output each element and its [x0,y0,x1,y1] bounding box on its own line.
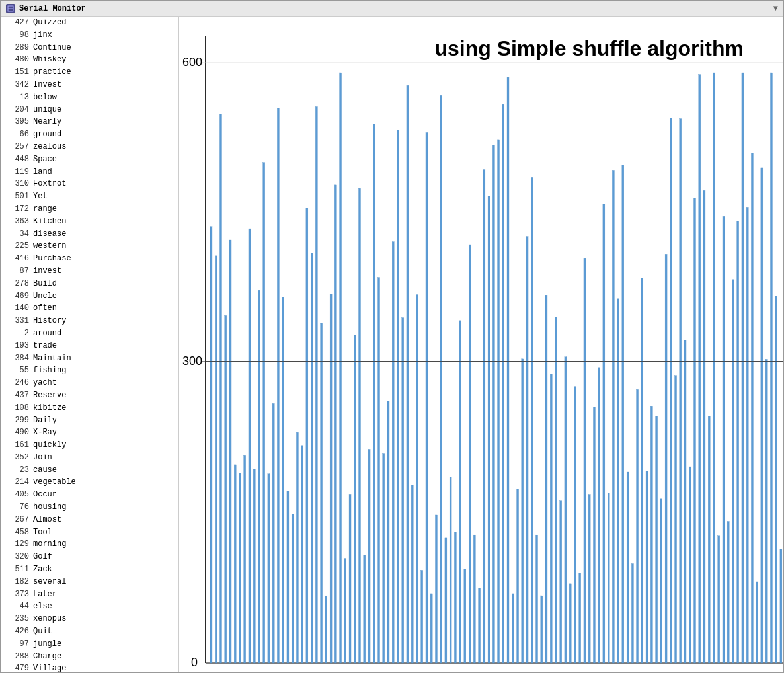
list-num: 34 [3,229,33,240]
list-item: 2around [1,327,178,340]
serial-list-scroll[interactable]: 427Quizzed98jinx289Continue480Whiskey151… [1,17,178,672]
chart-bar [464,569,466,663]
chart-bar [646,471,648,663]
list-word: Charge [33,651,61,662]
chart-bar [378,278,380,663]
svg-text:0: 0 [191,656,198,669]
list-num: 13 [3,92,33,103]
chart-bar [565,357,567,663]
chart-bar [737,221,739,663]
list-num: 373 [3,589,33,600]
list-item: 129morning [1,538,178,551]
list-item: 342Invest [1,79,178,91]
chart-bar [215,256,217,663]
chart-bar [526,237,528,663]
chart-bar [665,254,667,663]
chart-bar [693,198,695,663]
chart-bar [364,555,366,663]
chart-bar [249,229,251,663]
list-num: 490 [3,427,33,438]
list-word: practice [33,67,71,78]
chart-bar [296,432,298,663]
list-word: Tool [33,527,52,538]
chart-bar [263,163,265,663]
list-item: 469Uncle [1,290,178,303]
list-num: 97 [3,639,33,650]
chart-bar [708,416,710,663]
list-word: Join [33,452,52,463]
list-item: 172range [1,203,178,216]
list-item: 76housing [1,501,178,514]
chart-bar [354,335,356,663]
list-item: 151practice [1,66,178,79]
list-num: 278 [3,278,33,290]
app-icon [6,4,15,13]
list-num: 151 [3,67,33,78]
list-num: 395 [3,116,33,128]
chart-bar [244,455,246,663]
chart-bar [598,368,600,663]
chart-bar [473,535,475,663]
list-word: morning [33,539,66,550]
chart-bar [225,315,227,663]
chart-bar [421,570,423,663]
chart-bar [680,119,682,663]
list-num: 267 [3,514,33,526]
chart-bar [383,454,385,663]
chart-bar [479,588,481,663]
list-item: 55fishing [1,364,178,377]
list-item: 257zealous [1,141,178,153]
list-item: 511Zack [1,563,178,576]
list-num: 204 [3,104,33,116]
list-word: quickly [33,440,66,451]
chart-bar [321,323,323,663]
list-num: 257 [3,141,33,153]
list-word: Zack [33,564,52,575]
list-item: 289Continue [1,42,178,54]
list-word: trade [33,340,57,352]
chart-bar [440,95,442,663]
list-item: 140often [1,302,178,315]
list-item: 288Charge [1,651,178,663]
list-num: 161 [3,440,33,451]
list-item: 267Almost [1,514,178,526]
chart-bar [742,73,744,663]
chart-bar [234,465,236,663]
list-word: around [33,328,61,339]
list-word: Maintain [33,353,71,364]
list-item: 97jungle [1,638,178,651]
chart-bar [498,140,500,663]
chart-bar [435,515,437,663]
list-num: 193 [3,340,33,352]
chart-bar [536,535,538,663]
list-word: Golf [33,551,52,563]
list-word: Yet [33,191,48,202]
list-num: 98 [3,30,33,41]
chart-svg: 600 300 0 [179,17,783,672]
list-word: Daily [33,415,57,426]
list-word: Whiskey [33,54,66,65]
dropdown-arrow[interactable]: ▼ [773,4,778,13]
chart-bar [569,584,571,663]
list-item: 395Nearly [1,116,178,128]
list-word: jungle [33,639,61,650]
chart-bar [402,318,404,663]
chart-bar [268,474,270,663]
serial-list-panel: 427Quizzed98jinx289Continue480Whiskey151… [1,17,179,672]
serial-monitor-window: Serial Monitor ▼ 427Quizzed98jinx289Cont… [0,0,784,673]
chart-bar [713,73,715,663]
list-item: 34disease [1,228,178,241]
list-item: 480Whiskey [1,54,178,66]
list-word: Later [33,589,57,600]
list-num: 342 [3,79,33,91]
chart-bar [637,389,639,663]
chart-bar [588,495,590,663]
list-item: 416Purchase [1,253,178,265]
list-item: 405Occur [1,489,178,501]
chart-bar [780,549,782,663]
list-item: 427Quizzed [1,17,178,29]
list-word: housing [33,502,66,513]
chart-bar [325,596,327,663]
chart-bar [574,387,576,663]
list-item: 331History [1,315,178,327]
